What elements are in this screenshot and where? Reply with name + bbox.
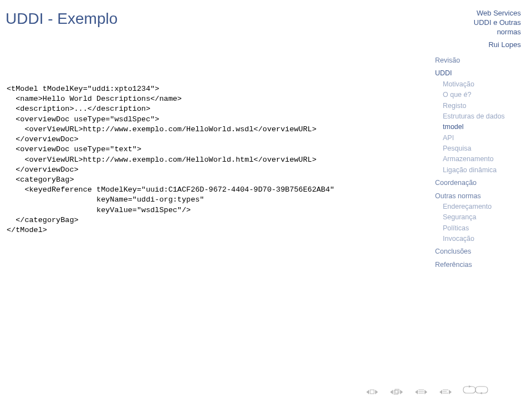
nav-uddi[interactable]: UDDI [435, 68, 521, 79]
square-icon [370, 389, 375, 394]
nav-referencias[interactable]: Referências [435, 260, 521, 270]
header-line2: UDDI e Outras [474, 18, 521, 28]
nav-registo[interactable]: Registo [435, 101, 521, 111]
nav-politicas[interactable]: Políticas [435, 223, 521, 234]
code-line: <overviewDoc useType="text"> [7, 145, 406, 154]
nav-seguranca[interactable]: Segurança [435, 212, 521, 223]
header-line3: normas [474, 28, 521, 37]
svg-rect-1 [394, 390, 398, 394]
slide-nav-controls [366, 389, 452, 395]
nav-coordenacao[interactable]: Coordenação [435, 178, 521, 188]
code-line: <description>...</description> [7, 104, 406, 114]
code-line: </overviewDoc> [7, 165, 406, 175]
code-line: <categoryBag> [7, 175, 406, 185]
nav-first-button[interactable] [366, 389, 378, 394]
triangle-left-icon [366, 390, 369, 394]
nav-loop-button[interactable] [462, 385, 489, 397]
bars-short-icon [443, 389, 448, 394]
svg-rect-2 [395, 389, 399, 393]
svg-marker-9 [469, 385, 471, 388]
nav-revisao[interactable]: Revisão [435, 55, 521, 66]
code-line: </categoryBag> [7, 215, 406, 225]
nav-api[interactable]: API [435, 133, 521, 143]
code-line: </overviewDoc> [7, 135, 406, 145]
svg-rect-0 [370, 390, 374, 394]
code-line: <tModel tModelKey="uddi:xpto1234"> [7, 84, 406, 94]
svg-marker-10 [480, 392, 482, 394]
code-line: <overViewURL>http://www.exemplo.com/Hell… [7, 155, 406, 165]
nav-enderecamento[interactable]: Endereçamento [435, 202, 521, 212]
nav-ligacao[interactable]: Ligação dinâmica [435, 165, 521, 176]
code-line: <overViewURL>http://www.exemplo.com/Hell… [7, 125, 406, 135]
nav-pesquisa[interactable]: Pesquisa [435, 143, 521, 154]
triangle-left-icon [390, 390, 393, 394]
author-name: Rui Lopes [474, 40, 521, 50]
code-line: <keyedReference tModelKey="uuid:C1ACF26D… [7, 185, 406, 195]
code-line: <overviewDoc useType="wsdlSpec"> [7, 115, 406, 125]
triangle-left-icon [439, 390, 442, 394]
triangle-right-icon [375, 390, 378, 394]
triangle-left-icon [415, 390, 418, 394]
triangle-right-icon [449, 390, 452, 394]
nav-conclusoes[interactable]: Conclusões [435, 246, 521, 257]
nav-invocacao[interactable]: Invocação [435, 234, 521, 244]
nav-armazenamento[interactable]: Armazenamento [435, 154, 521, 164]
layers-icon [393, 389, 400, 395]
code-line: <name>Hello World Descriptions</name> [7, 94, 406, 104]
code-line: keyName="uddi-org:types" [7, 195, 406, 205]
nav-next-slide-button[interactable] [439, 389, 452, 394]
bars-icon [418, 389, 424, 394]
triangle-right-icon [424, 390, 427, 394]
code-line: </tModel> [7, 225, 406, 235]
nav-prev-section-button[interactable] [390, 389, 403, 395]
header-line1: Web Services [474, 9, 521, 18]
slide-title: UDDI - Exemplo [6, 10, 117, 28]
nav-motivacao[interactable]: Motivação [435, 79, 521, 90]
nav-oquee[interactable]: O que é? [435, 90, 521, 100]
triangle-right-icon [400, 390, 403, 394]
nav-estruturas[interactable]: Estruturas de dados [435, 111, 521, 122]
nav-prev-slide-button[interactable] [415, 389, 427, 394]
code-example: <tModel tModelKey="uddi:xpto1234"> <name… [7, 84, 406, 235]
nav-tmodel[interactable]: tmodel [435, 122, 521, 132]
code-line: keyValue="wsdlSpec"/> [7, 205, 406, 215]
header-info: Web Services UDDI e Outras normas Rui Lo… [474, 9, 521, 50]
nav-outras[interactable]: Outras normas [435, 191, 521, 202]
outline-sidebar: Revisão UDDI Motivação O que é? Registo … [435, 55, 521, 270]
loop-icon [462, 385, 489, 395]
